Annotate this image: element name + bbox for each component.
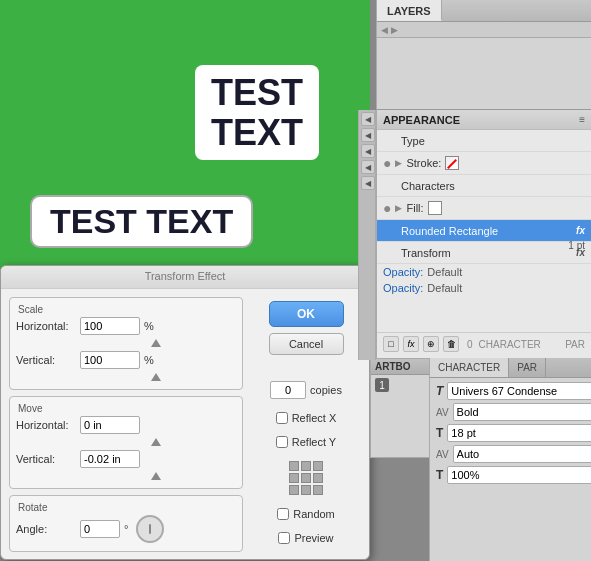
angle-input[interactable] (80, 520, 120, 538)
artboard-row-1[interactable]: 1 (371, 375, 430, 395)
scale-horizontal-input[interactable] (80, 317, 140, 335)
copies-row: copies (270, 381, 342, 399)
move-horizontal-label: Horizontal: (16, 419, 76, 431)
copies-label: copies (310, 384, 342, 396)
fill-arrow-icon: ▶ (395, 203, 402, 213)
font-size-row: T ▼ (436, 424, 585, 442)
test-text-2: TEST TEXT (50, 202, 233, 240)
layers-tab-bar: LAYERS (377, 0, 591, 22)
font-icon: T (436, 384, 443, 398)
pt-label: 1 pt (568, 240, 585, 251)
opacity-2-link[interactable]: Opacity: (383, 282, 423, 294)
ok-button[interactable]: OK (269, 301, 344, 327)
font-name-input[interactable] (447, 382, 591, 400)
character-paragraph-panel: CHARACTER PAR T ▼ AV ▼ T ▼ AV ▼ (429, 358, 591, 561)
move-horizontal-slider (76, 438, 236, 446)
right-strip: ◀ ◀ ◀ ◀ ◀ (358, 110, 376, 360)
scale-group: Scale Horizontal: % Vertical: % (9, 297, 243, 390)
artboard-number: 1 (375, 378, 389, 392)
transform-left-column: Scale Horizontal: % Vertical: % (9, 297, 243, 558)
scale-vertical-slider (76, 373, 236, 381)
strip-btn-4[interactable]: ◀ (361, 160, 375, 174)
reflect-y-checkbox[interactable] (276, 436, 288, 448)
rotation-dial[interactable] (136, 515, 164, 543)
font-name-row: T ▼ (436, 382, 585, 400)
reflect-y-row: Reflect Y (276, 436, 336, 448)
scale-label: Scale (16, 304, 236, 315)
scale-vertical-row: Vertical: % (16, 351, 236, 369)
preview-row: Preview (278, 532, 333, 544)
scale-vertical-label: Vertical: (16, 354, 76, 366)
slider-triangle-2 (151, 373, 161, 381)
type-label: Type (401, 135, 425, 147)
characters-label: Characters (401, 180, 455, 192)
layers-tab[interactable]: LAYERS (377, 0, 442, 21)
appearance-delete-btn[interactable]: 🗑 (443, 336, 459, 352)
scale-vertical-input[interactable] (80, 351, 140, 369)
transform-grid-icon[interactable] (289, 461, 323, 495)
move-vertical-input[interactable] (80, 450, 140, 468)
stroke-row: ● ▶ Stroke: (377, 152, 591, 175)
transform-row[interactable]: Transform fx (377, 242, 591, 264)
font-size-input[interactable] (447, 424, 591, 442)
move-group: Move Horizontal: Vertical: (9, 396, 243, 489)
transform-right-column: OK Cancel copies Reflect X Reflect Y (251, 297, 361, 558)
opacity-1-link[interactable]: Opacity: (383, 266, 423, 278)
leading-row: AV ▼ (436, 445, 585, 463)
strip-btn-3[interactable]: ◀ (361, 144, 375, 158)
rounded-rect-label: Rounded Rectangle (401, 225, 498, 237)
preview-label: Preview (294, 532, 333, 544)
stroke-label: Stroke: (406, 157, 441, 169)
character-label-sm: CHARACTER (479, 339, 541, 350)
random-checkbox[interactable] (277, 508, 289, 520)
copies-input[interactable] (270, 381, 306, 399)
fill-label: Fill: (406, 202, 423, 214)
appearance-new-item-btn[interactable]: □ (383, 336, 399, 352)
opacity-1-row: Opacity: Default (377, 264, 591, 280)
appearance-menu-icon[interactable]: ≡ (579, 114, 585, 125)
move-horizontal-input[interactable] (80, 416, 140, 434)
rounded-rect-fx-badge: fx (576, 225, 585, 236)
par-label-sm: PAR (565, 339, 585, 350)
appearance-header: APPEARANCE ≡ (377, 110, 591, 130)
scale-vertical-unit: % (144, 354, 154, 366)
tracking-row: T ▼ (436, 466, 585, 484)
slider-triangle-4 (151, 472, 161, 480)
rotate-angle-row: Angle: ° (16, 515, 236, 543)
move-vertical-row: Vertical: (16, 450, 236, 468)
paragraph-tab[interactable]: PAR (509, 358, 546, 377)
slider-triangle-3 (151, 438, 161, 446)
strip-btn-5[interactable]: ◀ (361, 176, 375, 190)
stroke-swatch[interactable] (445, 156, 459, 170)
strip-btn-1[interactable]: ◀ (361, 112, 375, 126)
char-panel: T ▼ AV ▼ T ▼ AV ▼ T ▼ (430, 378, 591, 491)
strip-btn-2[interactable]: ◀ (361, 128, 375, 142)
opacity-1-value: Default (427, 266, 462, 278)
tracking-icon: T (436, 468, 443, 482)
move-vertical-slider (76, 472, 236, 480)
reflect-x-checkbox[interactable] (276, 412, 288, 424)
scale-horizontal-unit: % (144, 320, 154, 332)
cancel-button[interactable]: Cancel (269, 333, 344, 355)
scale-horizontal-row: Horizontal: % (16, 317, 236, 335)
character-tab[interactable]: CHARACTER (430, 358, 509, 377)
tracking-input[interactable] (447, 466, 591, 484)
rounded-rect-row[interactable]: Rounded Rectangle fx (377, 220, 591, 242)
reflect-x-label: Reflect X (292, 412, 337, 424)
fill-row: ● ▶ Fill: (377, 197, 591, 220)
type-row: Type (377, 130, 591, 152)
preview-checkbox[interactable] (278, 532, 290, 544)
canvas: TEST TEXT TEST TEXT (0, 0, 370, 275)
slider-triangle (151, 339, 161, 347)
appearance-panel: APPEARANCE ≡ 1 pt Type ● ▶ Stroke: Chara… (376, 110, 591, 360)
appearance-duplicate-btn[interactable]: ⊕ (423, 336, 439, 352)
layers-ruler: ◀ ▶ (377, 22, 591, 38)
leading-input[interactable] (453, 445, 591, 463)
leading-icon: AV (436, 449, 449, 460)
fill-swatch[interactable] (428, 201, 442, 215)
appearance-fx-btn[interactable]: fx (403, 336, 419, 352)
fill-visibility-icon: ● (383, 200, 391, 216)
font-weight-input[interactable] (453, 403, 591, 421)
move-label: Move (16, 403, 236, 414)
test-text-white-box: TEST TEXT (195, 65, 319, 160)
